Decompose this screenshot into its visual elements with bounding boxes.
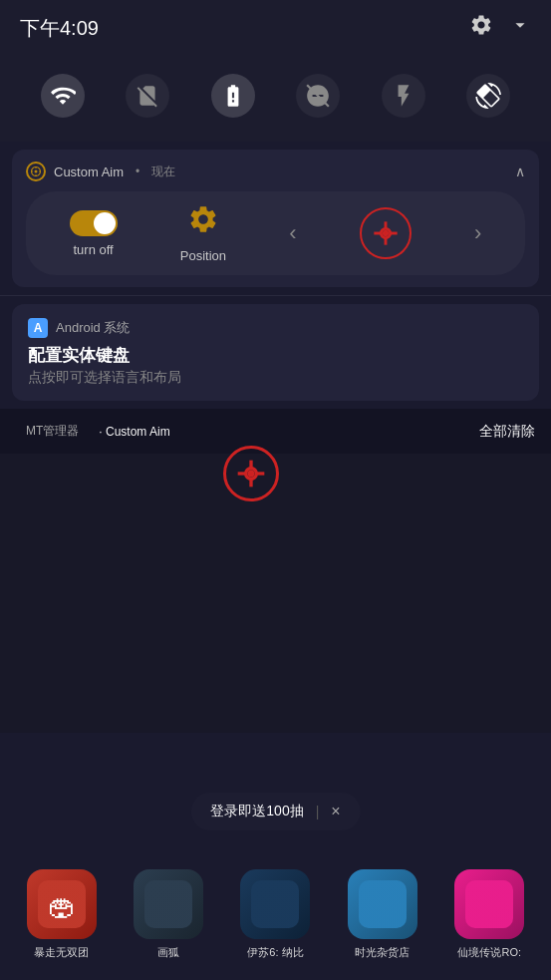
notif-app-name: Custom Aim [54, 164, 124, 179]
svg-rect-26 [465, 880, 513, 928]
custom-aim-app-icon [26, 162, 46, 181]
position-gear-icon [187, 203, 219, 242]
quick-icons-row [20, 66, 531, 126]
app-icon-xianjing: 🌸 [454, 869, 524, 939]
position-label: Position [180, 248, 226, 263]
section-divider [0, 295, 551, 296]
status-icons [469, 13, 531, 43]
svg-text:🏟: 🏟 [48, 891, 76, 922]
prev-arrow[interactable]: ‹ [289, 220, 296, 246]
recent-app-customaim[interactable]: · Custom Aim [89, 421, 179, 443]
toggle-label: turn off [73, 242, 113, 257]
notif-time: 现在 [151, 163, 175, 180]
svg-point-1 [35, 170, 38, 173]
rotate-icon[interactable] [466, 74, 510, 118]
main-area [0, 454, 551, 733]
svg-point-11 [384, 231, 388, 235]
crosshair-circle[interactable] [360, 207, 412, 259]
notif-expand-icon[interactable]: ∧ [515, 163, 525, 179]
next-arrow[interactable]: › [474, 220, 481, 246]
bottom-apps: 🏟 暴走无双团 🦊 画狐 ⚔ 伊苏6: 纳比 [0, 859, 551, 980]
toggle-icon [70, 210, 118, 236]
dropdown-icon[interactable] [509, 14, 531, 42]
battery-charging-icon[interactable] [211, 74, 255, 118]
recent-apps-bar: MT管理器 · Custom Aim 全部清除 [0, 409, 551, 454]
no-sim-icon[interactable] [126, 74, 169, 118]
svg-rect-24 [359, 880, 407, 928]
quick-settings-panel [0, 56, 551, 142]
flashlight-icon[interactable] [382, 74, 425, 118]
floating-crosshair[interactable] [223, 446, 279, 501]
svg-point-17 [249, 472, 253, 476]
android-notif-subtitle: 点按即可选择语言和布局 [28, 369, 523, 387]
android-app-name: Android 系统 [56, 319, 130, 337]
clear-all-button[interactable]: 全部清除 [479, 423, 535, 441]
android-notif-header: A Android 系统 [28, 318, 523, 338]
status-bar: 下午4:09 [0, 0, 551, 56]
app-name-baozou: 暴走无双团 [34, 945, 89, 960]
app-icon-baozou: 🏟 [27, 869, 97, 939]
bottom-banner: 登录即送100抽 | × [190, 793, 360, 830]
control-row: turn off Position ‹ › [26, 191, 525, 275]
wifi-icon[interactable] [41, 74, 85, 118]
banner-divider: | [316, 804, 320, 819]
banner-close-button[interactable]: × [331, 803, 340, 820]
app-name-yisu: 伊苏6: 纳比 [247, 945, 303, 960]
app-icon-yisu: ⚔ [240, 869, 310, 939]
app-item-yisu[interactable]: ⚔ 伊苏6: 纳比 [230, 869, 320, 960]
dnd-off-icon[interactable] [296, 74, 340, 118]
app-item-huahu[interactable]: 🦊 画狐 [124, 869, 213, 960]
app-icon-huahu: 🦊 [134, 869, 203, 939]
status-time: 下午4:09 [20, 15, 99, 42]
android-notif-card: A Android 系统 配置实体键盘 点按即可选择语言和布局 [12, 304, 539, 401]
app-item-shiguang[interactable]: 🏪 时光杂货店 [338, 869, 427, 960]
svg-rect-20 [144, 880, 192, 928]
app-item-xianjing[interactable]: 🌸 仙境传说RO: [444, 869, 534, 960]
app-icon-shiguang: 🏪 [348, 869, 417, 939]
banner-text: 登录即送100抽 [210, 803, 303, 820]
toggle-control[interactable]: turn off [70, 210, 118, 257]
app-item-baozou[interactable]: 🏟 暴走无双团 [17, 869, 107, 960]
settings-icon[interactable] [469, 13, 493, 43]
notif-separator: • [136, 164, 139, 178]
position-control[interactable]: Position [180, 203, 226, 263]
app-name-shiguang: 时光杂货店 [355, 945, 410, 960]
app-name-xianjing: 仙境传说RO: [457, 945, 521, 960]
app-name-huahu: 画狐 [157, 945, 179, 960]
svg-rect-22 [251, 880, 299, 928]
recent-app-mt[interactable]: MT管理器 [16, 419, 89, 444]
notification-header: Custom Aim • 现在 ∧ [26, 162, 525, 181]
toggle-knob [94, 212, 116, 234]
android-notif-title: 配置实体键盘 [28, 344, 523, 367]
android-icon: A [28, 318, 48, 338]
custom-aim-card: Custom Aim • 现在 ∧ turn off Position ‹ [12, 150, 539, 287]
